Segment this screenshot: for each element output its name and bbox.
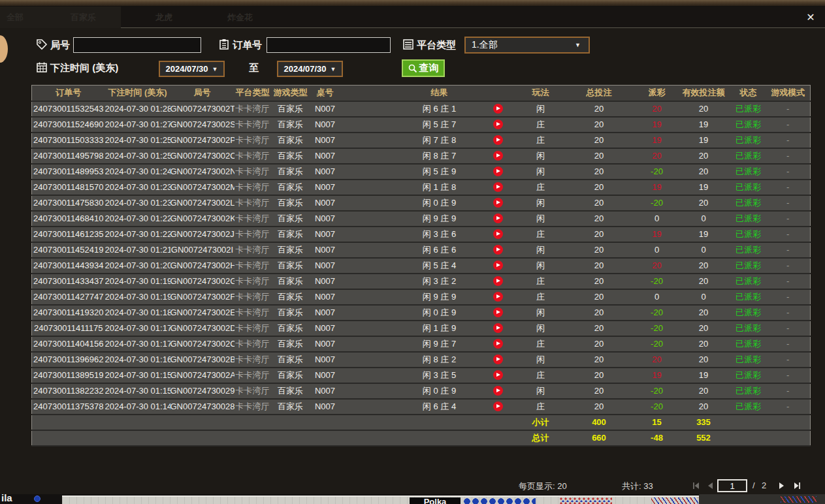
play-type-cell: 庄 — [521, 274, 561, 289]
column-header: 游戏类型 — [271, 86, 310, 101]
result-text: 闲 8 庄 7 — [423, 151, 456, 161]
replay-video-icon[interactable] — [493, 166, 503, 176]
page-number-input[interactable] — [717, 479, 747, 492]
date-to-select[interactable]: 2024/07/30 ▼ — [277, 61, 343, 77]
result-cell: 闲 3 庄 6 — [340, 227, 521, 242]
result-cell: 闲 1 庄 9 — [340, 321, 521, 336]
game-type-cell: 百家乐 — [271, 383, 310, 399]
empty-cell — [731, 430, 766, 446]
replay-video-icon[interactable] — [493, 292, 503, 302]
replay-video-icon[interactable] — [493, 402, 503, 411]
replay-video-icon[interactable] — [493, 229, 503, 239]
background-road-dots — [560, 497, 612, 504]
replay-video-icon[interactable] — [493, 276, 503, 286]
search-button[interactable]: 查询 — [402, 59, 445, 77]
background-top-bar — [0, 0, 825, 7]
round-no-label: 局号 — [50, 39, 70, 52]
next-page-button[interactable] — [777, 481, 786, 490]
replay-video-icon[interactable] — [493, 260, 503, 270]
replay-video-icon[interactable] — [493, 323, 503, 333]
replay-video-icon[interactable] — [493, 182, 503, 192]
chevron-down-icon: ▼ — [575, 42, 581, 48]
result-text: 闲 6 庄 1 — [423, 104, 456, 114]
bet-time-cell: 2024-07-30 01:21:31 — [105, 242, 170, 258]
payout-cell: 0 — [638, 289, 677, 305]
background-road-slashes — [781, 496, 817, 503]
total-bet-cell: 20 — [561, 258, 638, 274]
prev-page-button[interactable] — [705, 481, 715, 490]
table-no-cell: N007 — [310, 289, 340, 305]
replay-video-icon[interactable] — [493, 386, 503, 396]
result-cell: 闲 8 庄 2 — [340, 352, 521, 368]
game-mode-cell: - — [766, 148, 811, 164]
replay-video-icon[interactable] — [493, 245, 503, 255]
replay-video-icon[interactable] — [493, 119, 503, 129]
valid-bet-cell: 20 — [677, 148, 731, 164]
replay-video-icon[interactable] — [493, 354, 503, 364]
bet-time-cell: 2024-07-30 01:14:44 — [105, 399, 170, 415]
game-mode-cell: - — [766, 352, 811, 368]
table-no-cell: N007 — [310, 368, 340, 383]
last-page-button[interactable] — [793, 481, 802, 490]
result-cell: 闲 7 庄 8 — [340, 133, 521, 148]
game-mode-cell: - — [766, 101, 811, 117]
table-row: 2407300114758302024-07-30 01:23:29GN0072… — [32, 195, 811, 211]
column-header: 下注时间 (美东) — [105, 86, 170, 101]
result-text: 闲 6 庄 4 — [423, 402, 456, 411]
replay-video-icon[interactable] — [493, 151, 503, 161]
status-cell: 已派彩 — [731, 305, 766, 321]
bet-time-cell: 2024-07-30 01:18:35 — [105, 305, 170, 321]
close-icon[interactable]: ✕ — [803, 10, 818, 25]
total-bet-cell: 20 — [561, 336, 638, 352]
platform-type-select[interactable]: 1.全部 ▼ — [464, 37, 590, 54]
replay-video-icon[interactable] — [493, 213, 503, 223]
game-type-cell: 百家乐 — [271, 321, 310, 336]
game-mode-cell: - — [766, 227, 811, 242]
date-from-select[interactable]: 2024/07/30 ▼ — [159, 61, 225, 77]
bet-time-cell: 2024-07-30 01:25:43 — [105, 133, 170, 148]
replay-video-icon[interactable] — [493, 307, 503, 317]
replay-video-icon[interactable] — [493, 198, 503, 208]
payout-cell: -20 — [638, 305, 677, 321]
table-no-cell: N007 — [310, 399, 340, 415]
replay-video-icon[interactable] — [493, 104, 503, 114]
result-cell: 闲 0 庄 9 — [340, 305, 521, 321]
empty-cell — [731, 415, 766, 430]
background-tab-baccarat: 百家乐 — [71, 12, 96, 24]
play-type-cell: 闲 — [521, 164, 561, 180]
play-type-cell: 庄 — [521, 133, 561, 148]
replay-video-icon[interactable] — [493, 370, 503, 380]
empty-cell — [105, 430, 170, 446]
replay-video-icon[interactable] — [493, 339, 503, 349]
play-type-cell: 闲 — [521, 211, 561, 227]
payout-cell: -20 — [638, 336, 677, 352]
game-type-cell: 百家乐 — [271, 368, 310, 383]
payout-cell: 19 — [638, 133, 677, 148]
first-page-button[interactable] — [691, 481, 700, 490]
column-header: 总投注 — [561, 86, 638, 101]
empty-cell — [271, 430, 310, 446]
play-type-cell: 闲 — [521, 148, 561, 164]
status-cell: 已派彩 — [731, 368, 766, 383]
total-bet-cell: 20 — [561, 148, 638, 164]
replay-video-icon[interactable] — [493, 135, 503, 145]
valid-bet-cell: 0 — [677, 242, 731, 258]
order-no-input[interactable] — [267, 37, 391, 53]
round-no-input[interactable] — [73, 37, 201, 53]
bet-time-cell: 2024-07-30 01:28:08 — [105, 101, 170, 117]
status-cell: 已派彩 — [731, 164, 766, 180]
per-page-label: 每页显示: 20 — [519, 480, 567, 492]
round-id-cell: GN0072473002P — [170, 133, 235, 148]
status-cell: 已派彩 — [731, 133, 766, 148]
result-text: 闲 1 庄 9 — [423, 323, 456, 333]
table-row: 2407300114334372024-07-30 01:19:48GN0072… — [32, 274, 811, 289]
background-game-name: ila — [1, 494, 12, 503]
payout-cell: 20 — [638, 352, 677, 368]
platform-cell: 卡卡湾厅 — [235, 195, 271, 211]
grand-total-row: 总计660-48552 — [32, 430, 811, 446]
status-cell: 已派彩 — [731, 383, 766, 399]
empty-cell — [310, 415, 340, 430]
result-text: 闲 3 庄 6 — [423, 229, 456, 239]
result-text: 闲 3 庄 2 — [423, 276, 456, 286]
order-id-cell: 240730011532543 — [32, 101, 105, 117]
